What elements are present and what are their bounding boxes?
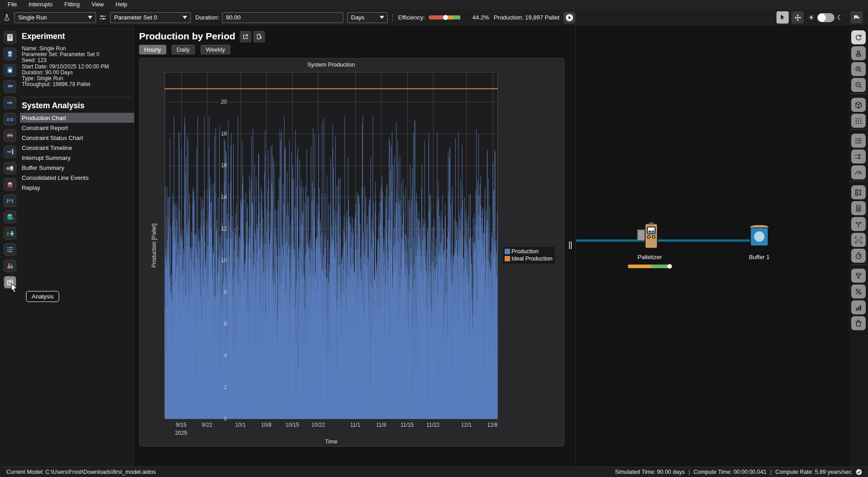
light-mode-sun-icon: ☀	[808, 14, 814, 22]
analysis-item-constraint-status-chart[interactable]: Constraint Status Chart	[20, 133, 134, 143]
experiment-flask-icon	[3, 14, 11, 22]
chart-year-label: 2025	[168, 430, 195, 436]
right-tool-one-to-one-icon[interactable]: 1:1	[851, 233, 866, 247]
sidebar-tool-flowchart-icon[interactable]	[4, 31, 16, 44]
sidebar-tool-constraint-tool-icon[interactable]	[4, 145, 16, 158]
sidebar-tool-replay-projector-icon[interactable]	[4, 178, 16, 191]
x-tick-label: 10/15	[279, 422, 306, 428]
y-tick-label: 18	[209, 130, 227, 137]
menu-item-fitting[interactable]: Fitting	[58, 1, 86, 8]
right-tool-cube-3d-icon[interactable]	[851, 98, 866, 112]
sidebar-tool-parameter-sliders-icon[interactable]	[4, 243, 16, 256]
x-tick-label: 12/1	[453, 422, 480, 428]
feedback-chat-button[interactable]	[850, 11, 863, 24]
right-tool-reset-view-icon[interactable]	[851, 30, 866, 44]
status-separator: |	[688, 469, 690, 475]
analysis-item-constraint-timeline[interactable]: Constraint Timeline	[20, 143, 134, 153]
open-external-button[interactable]	[240, 31, 251, 43]
sidebar-tool-tank-icon[interactable]	[4, 211, 16, 223]
system-analysis-header: System Analysis	[22, 101, 84, 111]
x-tick-label: 11/22	[420, 422, 447, 428]
right-tool-filter-funnel-icon[interactable]	[851, 269, 866, 283]
pan-move-button[interactable]	[791, 11, 804, 24]
x-tick-label: 11/15	[394, 422, 421, 428]
sidebar-tool-conveyor-posts-icon[interactable]	[4, 194, 16, 207]
menu-item-view[interactable]: View	[86, 1, 110, 8]
right-tool-height-range-icon[interactable]	[851, 185, 866, 199]
parameter-set-dropdown[interactable]: Parameter Set 0	[110, 12, 191, 23]
status-check-icon[interactable]	[855, 468, 863, 476]
right-tool-stopwatch-icon[interactable]	[851, 249, 866, 263]
right-tool-trash-icon[interactable]	[851, 316, 866, 330]
main-panel: Production by Period HourlyDailyWeekly S…	[136, 26, 575, 467]
right-tool-location-pin-icon[interactable]	[851, 46, 866, 60]
sidebar-tool-binoculars-icon[interactable]	[4, 113, 16, 125]
y-tick-label: 14	[209, 194, 227, 200]
gauge-segment	[453, 15, 460, 19]
sidebar-tool-buffer-node-icon[interactable]	[4, 162, 16, 174]
chart-title: System Production	[164, 62, 498, 68]
analysis-item-buffer-summary[interactable]: Buffer Summary	[20, 163, 134, 173]
right-tool-bar-chart-icon[interactable]	[851, 300, 866, 314]
sidebar-tool-experiment-device-icon[interactable]	[4, 48, 16, 60]
buffer-node-icon[interactable]	[748, 223, 770, 247]
duration-unit-value: Days	[351, 14, 365, 21]
experiment-detail: Parameter Set: Parameter Set 0	[22, 51, 99, 58]
tab-weekly[interactable]: Weekly	[201, 45, 230, 54]
sidebar-tool-merge-arrow-icon[interactable]	[4, 80, 16, 93]
tab-hourly[interactable]: Hourly	[139, 45, 166, 54]
palletizer-node-icon[interactable]	[637, 222, 663, 251]
right-tool-column: 1:1	[849, 26, 868, 467]
analysis-tooltip: Analysis	[26, 291, 59, 302]
y-tick-label: 10	[209, 257, 227, 264]
production-play-button[interactable]	[564, 12, 575, 24]
analysis-item-interrupt-summary[interactable]: Interrupt Summary	[20, 153, 134, 163]
run-mode-dropdown[interactable]: Single Run	[14, 12, 96, 23]
dropdown-caret-icon	[88, 16, 92, 19]
sidebar-tool-bucket-elevator-icon[interactable]	[4, 64, 16, 77]
analysis-item-production-chart[interactable]: Production Chart	[20, 113, 134, 123]
analysis-item-consolidated-line-events[interactable]: Consolidated Line Events	[20, 173, 134, 183]
duration-unit-dropdown[interactable]: Days	[347, 12, 388, 23]
chart-xlabel: Time	[164, 438, 498, 445]
sidebar-divider	[21, 97, 133, 97]
legend-swatch	[505, 249, 510, 254]
legend-label: Production	[511, 248, 539, 255]
sidebar-tool-split-arrow-icon[interactable]	[4, 96, 16, 109]
sidebar-tool-canisters-icon[interactable]	[4, 227, 16, 240]
right-tool-split-path-icon[interactable]	[851, 217, 866, 231]
select-cursor-button[interactable]	[776, 11, 789, 24]
right-tool-container-level-icon[interactable]	[851, 201, 866, 215]
menu-item-interrupts[interactable]: Interrupts	[23, 1, 58, 8]
tool-group-divider	[850, 264, 867, 265]
tool-group-divider	[850, 181, 867, 181]
analysis-item-replay[interactable]: Replay	[20, 183, 134, 193]
sidebar-tool-conveyor-items-icon[interactable]	[4, 129, 16, 142]
efficiency-value: 44.2%	[473, 14, 489, 21]
run-mode-value: Single Run	[18, 14, 47, 21]
right-tool-flow-arrows-icon[interactable]	[851, 149, 866, 164]
export-button[interactable]	[253, 31, 265, 43]
right-tool-percent-icon[interactable]	[851, 284, 866, 299]
main-toolbar: Single Run Parameter Set 0 Duration: Day…	[0, 9, 868, 26]
right-tool-zoom-in-icon[interactable]	[851, 62, 866, 76]
y-tick-label: 8	[209, 289, 227, 295]
menu-item-help[interactable]: Help	[110, 1, 133, 8]
dropdown-caret-icon	[380, 16, 384, 19]
tab-daily[interactable]: Daily	[172, 45, 195, 54]
panel-splitter-handle[interactable]	[569, 241, 574, 249]
adjust-sliders-icon[interactable]	[99, 14, 107, 22]
sidebar-tool-flasks-icon[interactable]	[4, 260, 16, 272]
status-bar: Current Model: C:\Users\Frost\Downloads\…	[0, 467, 868, 477]
menu-item-file[interactable]: File	[2, 1, 23, 8]
right-tool-grid-dots-icon[interactable]	[851, 114, 866, 128]
status-segment: Compute Time: 00:00:00.041	[694, 469, 767, 475]
experiment-detail: Type: Single Run	[22, 75, 63, 82]
right-tool-zoom-out-icon[interactable]	[851, 78, 866, 92]
current-model-path: Current Model: C:\Users\Frost\Downloads\…	[6, 469, 156, 475]
theme-toggle[interactable]	[817, 13, 834, 22]
right-tool-gauge-icon[interactable]	[851, 165, 866, 179]
right-tool-list-view-icon[interactable]	[851, 134, 866, 148]
duration-input[interactable]	[222, 12, 343, 23]
analysis-item-constraint-report[interactable]: Constraint Report	[20, 123, 134, 133]
